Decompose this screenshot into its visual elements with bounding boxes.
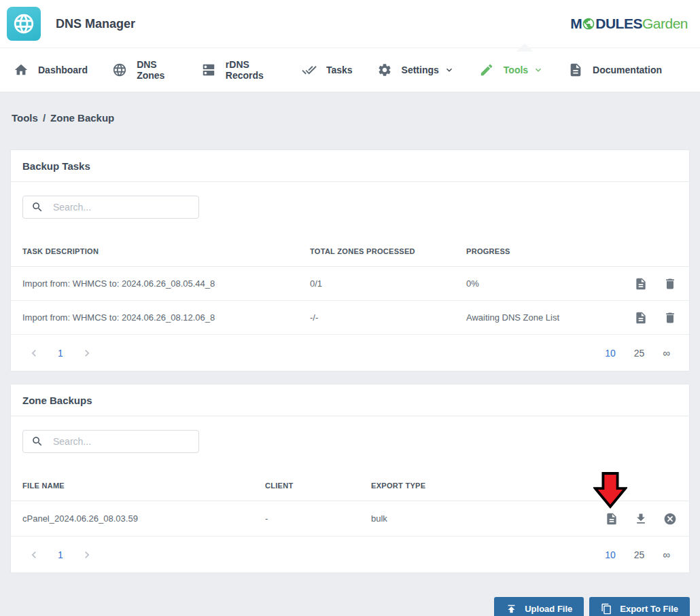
action-bar: Upload File Export To File <box>10 585 690 616</box>
next-page-icon[interactable] <box>80 346 94 360</box>
progress-cell: 0% <box>466 278 589 289</box>
delete-task-icon[interactable] <box>663 277 677 291</box>
task-description-cell: Import from: WHMCS to: 2024.06.26_08.12.… <box>22 312 310 323</box>
zone-backups-table: FILE NAME CLIENT EXPORT TYPE cPanel_2024… <box>11 470 689 573</box>
column-task-description: TASK DESCRIPTION <box>22 247 310 255</box>
app-globe-icon <box>7 7 41 41</box>
upload-icon <box>506 603 517 615</box>
nav-item-dashboard[interactable]: Dashboard <box>14 62 88 77</box>
home-icon <box>14 62 29 77</box>
breadcrumb-page: Zone Backup <box>50 112 114 124</box>
gear-icon <box>377 62 392 77</box>
logo-text-m: M <box>570 16 582 32</box>
logo-text-dules: DULES <box>595 16 642 32</box>
client-cell: - <box>265 513 371 524</box>
backup-tasks-search <box>22 196 199 219</box>
nav-item-rdns-records[interactable]: rDNS Records <box>201 59 277 81</box>
table-row: cPanel_2024.06.26_08.03.59 - bulk <box>11 501 689 537</box>
backup-tasks-card: Backup Tasks TASK DESCRIPTION TOTAL ZONE… <box>10 149 690 372</box>
nav-item-documentation[interactable]: Documentation <box>568 62 662 77</box>
column-file-name: FILE NAME <box>22 482 265 490</box>
page-size-all[interactable]: ∞ <box>663 549 670 560</box>
chevron-down-icon <box>533 65 544 75</box>
search-input[interactable] <box>52 435 190 448</box>
progress-cell: Awaiting DNS Zone List <box>466 312 589 323</box>
export-type-cell: bulk <box>371 513 561 524</box>
page-size-25[interactable]: 25 <box>634 549 645 560</box>
breadcrumb: Tools/Zone Backup <box>12 112 688 124</box>
table-row: Import from: WHMCS to: 2024.06.26_08.05.… <box>11 267 689 301</box>
delete-backup-icon[interactable] <box>663 512 677 526</box>
dns-server-icon <box>201 62 216 77</box>
page-size-10[interactable]: 10 <box>605 549 616 560</box>
logo-globe-icon <box>582 17 595 31</box>
globe-icon <box>112 62 127 77</box>
table-header-row: TASK DESCRIPTION TOTAL ZONES PROCESSED P… <box>11 236 689 267</box>
page-size-all[interactable]: ∞ <box>663 347 670 359</box>
search-icon <box>31 201 43 213</box>
next-page-icon[interactable] <box>80 548 94 562</box>
previous-page-icon[interactable] <box>27 346 41 360</box>
total-zones-cell: 0/1 <box>310 278 466 289</box>
nav-item-tools[interactable]: Tools <box>479 62 544 77</box>
table-row: Import from: WHMCS to: 2024.06.26_08.12.… <box>11 301 689 335</box>
document-icon <box>568 62 583 77</box>
logo-text-garden: Garden <box>642 16 688 32</box>
zone-backups-search <box>22 430 199 453</box>
page-number[interactable]: 1 <box>54 549 67 560</box>
nav-item-settings[interactable]: Settings <box>377 62 455 77</box>
backup-tasks-title: Backup Tasks <box>11 150 689 182</box>
app-header: DNS Manager M DULES Garden <box>0 0 700 48</box>
zone-backups-card: Zone Backups FILE NAME CLIENT EXPORT TYP… <box>10 384 690 573</box>
page-title: DNS Manager <box>56 17 135 31</box>
task-log-icon[interactable] <box>634 277 648 291</box>
nav-item-dns-zones[interactable]: DNS Zones <box>112 59 177 81</box>
main-nav: Dashboard DNS Zones rDNS Records Tasks S… <box>0 48 700 92</box>
pencil-icon <box>479 62 494 77</box>
delete-task-icon[interactable] <box>663 311 677 325</box>
modulesgarden-logo: M DULES Garden <box>570 16 688 32</box>
breadcrumb-section[interactable]: Tools <box>12 112 38 124</box>
chevron-down-icon <box>444 65 455 75</box>
zone-backups-title: Zone Backups <box>11 384 689 416</box>
download-backup-icon[interactable] <box>634 512 648 526</box>
table-header-row: FILE NAME CLIENT EXPORT TYPE <box>11 470 689 501</box>
backup-tasks-table: TASK DESCRIPTION TOTAL ZONES PROCESSED P… <box>11 236 689 371</box>
column-export-type: EXPORT TYPE <box>371 482 561 490</box>
task-description-cell: Import from: WHMCS to: 2024.06.26_08.05.… <box>22 278 310 289</box>
column-client: CLIENT <box>265 482 371 490</box>
export-to-file-button[interactable]: Export To File <box>589 597 690 616</box>
column-total-zones: TOTAL ZONES PROCESSED <box>310 247 466 255</box>
backup-log-icon[interactable] <box>605 512 618 526</box>
previous-page-icon[interactable] <box>27 548 41 562</box>
column-progress: PROGRESS <box>466 247 589 255</box>
page-number[interactable]: 1 <box>54 348 67 359</box>
total-zones-cell: -/- <box>310 312 466 323</box>
task-log-icon[interactable] <box>634 311 648 325</box>
backup-tasks-pagination: 1 10 25 ∞ <box>11 335 689 371</box>
file-name-cell: cPanel_2024.06.26_08.03.59 <box>22 513 265 524</box>
page-content: Tools/Zone Backup Backup Tasks TASK DESC… <box>0 112 700 616</box>
breadcrumb-separator: / <box>43 112 46 124</box>
page-size-10[interactable]: 10 <box>605 348 616 359</box>
zone-backups-pagination: 1 10 25 ∞ <box>11 537 689 573</box>
search-input[interactable] <box>52 201 190 213</box>
search-icon <box>31 435 43 448</box>
copy-icon <box>601 603 612 615</box>
upload-file-button[interactable]: Upload File <box>494 597 584 616</box>
page-size-25[interactable]: 25 <box>634 348 645 359</box>
done-all-icon <box>302 62 317 77</box>
nav-item-tasks[interactable]: Tasks <box>302 62 353 77</box>
active-nav-caret <box>516 43 533 52</box>
